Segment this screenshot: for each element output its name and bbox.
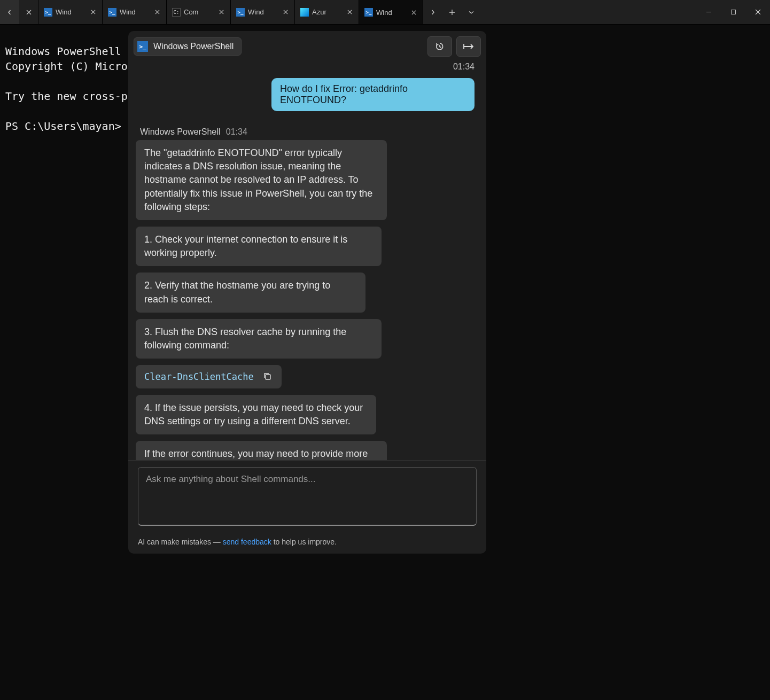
assistant-name-label: Windows PowerShell bbox=[140, 127, 220, 136]
copy-icon bbox=[262, 371, 272, 381]
close-window-button[interactable] bbox=[745, 0, 770, 24]
send-feedback-link[interactable]: send feedback bbox=[223, 538, 271, 546]
assistant-message: If the error continues, you may need to … bbox=[136, 441, 387, 460]
terminal-prompt: PS C:\Users\mayan> Ho bbox=[5, 120, 141, 133]
plus-icon bbox=[449, 9, 455, 15]
tab-close-button[interactable] bbox=[216, 7, 226, 17]
chat-title[interactable]: >_ Windows PowerShell bbox=[134, 37, 242, 56]
terminal-line: Copyright (C) Microso bbox=[5, 60, 141, 73]
chat-title-label: Windows PowerShell bbox=[153, 42, 234, 51]
tab-1[interactable]: >_ Wind bbox=[103, 0, 167, 24]
message-timestamp: 01:34 bbox=[128, 60, 486, 75]
tab-scroll-right[interactable] bbox=[423, 0, 442, 24]
chat-body[interactable]: How do I fix Error: getaddrinfo ENOTFOUN… bbox=[128, 75, 486, 460]
assistant-message: 2. Verify that the hostname you are tryi… bbox=[136, 273, 365, 312]
assistant-timestamp: 01:34 bbox=[226, 127, 247, 136]
maximize-icon bbox=[730, 9, 736, 15]
new-tab-button[interactable] bbox=[442, 0, 462, 24]
history-button[interactable] bbox=[427, 36, 452, 57]
history-icon bbox=[434, 41, 445, 52]
tab-2[interactable]: C: Com bbox=[167, 0, 231, 24]
tab-bar: >_ Wind >_ Wind C: Com >_ Wind Azur >_ W… bbox=[0, 0, 770, 25]
azure-icon bbox=[300, 8, 309, 17]
tab-label: Wind bbox=[376, 9, 406, 17]
tab-label: Wind bbox=[56, 8, 85, 16]
export-icon bbox=[463, 42, 475, 51]
footer-text: AI can make mistakes — bbox=[138, 538, 223, 546]
terminal-line: Try the new cross-pla bbox=[5, 90, 141, 103]
chat-footer: AI can make mistakes — send feedback to … bbox=[128, 533, 486, 554]
tab-label: Azur bbox=[312, 8, 341, 16]
tab-close-button[interactable] bbox=[281, 7, 290, 17]
footer-text: to help us improve. bbox=[271, 538, 337, 546]
assistant-message: 3. Flush the DNS resolver cache by runni… bbox=[136, 319, 382, 359]
close-icon bbox=[411, 10, 416, 15]
tab-scroll-left[interactable] bbox=[0, 0, 19, 24]
chat-header: >_ Windows PowerShell bbox=[128, 31, 486, 60]
close-icon bbox=[155, 10, 160, 14]
tab-close-current[interactable] bbox=[19, 0, 38, 24]
assistant-message: 4. If the issue persists, you may need t… bbox=[136, 395, 376, 434]
export-button[interactable] bbox=[456, 36, 481, 57]
tab-4[interactable]: Azur bbox=[295, 0, 359, 24]
tab-label: Com bbox=[184, 8, 213, 16]
code-block: Clear-DnsClientCache bbox=[136, 365, 282, 388]
code-text: Clear-DnsClientCache bbox=[144, 371, 254, 382]
close-icon bbox=[26, 10, 32, 15]
assistant-header: Windows PowerShell 01:34 bbox=[140, 127, 479, 137]
close-icon bbox=[755, 9, 761, 15]
tab-label: Wind bbox=[248, 8, 277, 16]
tab-close-button[interactable] bbox=[152, 7, 162, 17]
powershell-icon: >_ bbox=[44, 8, 52, 17]
user-message: How do I fix Error: getaddrinfo ENOTFOUN… bbox=[271, 78, 475, 111]
minimize-button[interactable] bbox=[696, 0, 721, 24]
assistant-message: 1. Check your internet connection to ens… bbox=[136, 227, 382, 266]
tab-0[interactable]: >_ Wind bbox=[38, 0, 103, 24]
tab-5[interactable]: >_ Wind bbox=[359, 0, 423, 24]
powershell-icon: >_ bbox=[137, 41, 148, 52]
tab-close-button[interactable] bbox=[88, 7, 98, 17]
cmd-icon: C: bbox=[172, 8, 181, 17]
powershell-icon: >_ bbox=[364, 8, 373, 17]
close-icon bbox=[91, 10, 96, 14]
tab-dropdown[interactable] bbox=[462, 0, 481, 24]
chat-input[interactable] bbox=[138, 467, 477, 526]
close-icon bbox=[347, 10, 352, 14]
close-icon bbox=[219, 10, 224, 14]
window-controls bbox=[696, 0, 770, 24]
chevron-down-icon bbox=[469, 10, 474, 15]
chat-input-area bbox=[128, 460, 486, 533]
chat-panel: >_ Windows PowerShell 01:34 How do I fix… bbox=[128, 31, 486, 554]
tab-close-button[interactable] bbox=[409, 7, 418, 17]
copy-button[interactable] bbox=[262, 371, 273, 382]
close-icon bbox=[283, 10, 288, 14]
assistant-message: The "getaddrinfo ENOTFOUND" error typica… bbox=[136, 140, 387, 220]
powershell-icon: >_ bbox=[108, 8, 116, 17]
powershell-icon: >_ bbox=[236, 8, 245, 17]
terminal-line: Windows PowerShell bbox=[5, 45, 121, 58]
tab-label: Wind bbox=[120, 8, 149, 16]
tab-3[interactable]: >_ Wind bbox=[231, 0, 295, 24]
maximize-button[interactable] bbox=[721, 0, 745, 24]
tab-close-button[interactable] bbox=[345, 7, 354, 17]
svg-rect-0 bbox=[731, 10, 735, 14]
svg-rect-1 bbox=[266, 375, 270, 379]
chevron-right-icon bbox=[430, 10, 435, 15]
minimize-icon bbox=[706, 9, 712, 15]
chevron-left-icon bbox=[7, 10, 12, 15]
